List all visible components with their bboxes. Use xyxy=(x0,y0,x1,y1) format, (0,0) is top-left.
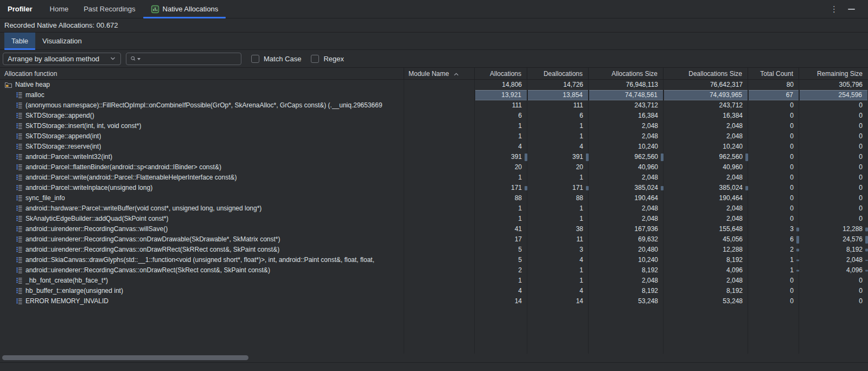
allocation-function-cell[interactable]: (anonymous namespace)::FillRectOpImpl::o… xyxy=(0,100,404,111)
allocations-cell[interactable]: 1 xyxy=(475,121,527,131)
allocation-function-cell[interactable]: SkTDStorage::insert(int, int, void const… xyxy=(0,121,404,131)
allocation-function-cell[interactable]: android::hardware::Parcel::writeBuffer(v… xyxy=(0,203,404,214)
horizontal-scrollbar[interactable] xyxy=(0,354,868,362)
deallocations-cell[interactable]: 20 xyxy=(527,162,589,172)
remaining-size-cell[interactable]: 0 xyxy=(799,296,868,306)
allocation-function-cell[interactable]: sync_file_info xyxy=(0,193,404,203)
module-name-cell[interactable] xyxy=(404,183,475,193)
deallocations-size-cell[interactable]: 2,048 xyxy=(663,121,748,131)
deallocations-cell[interactable]: 1 xyxy=(527,214,589,224)
allocation-function-cell[interactable]: android::Parcel::write(android::Parcel::… xyxy=(0,172,404,183)
allocation-function-cell[interactable]: SkTDStorage::append(int) xyxy=(0,131,404,142)
remaining-size-cell[interactable]: 8,192 xyxy=(799,245,868,255)
allocation-function-cell[interactable]: _hb_font_create(hb_face_t*) xyxy=(0,276,404,286)
deallocations-size-cell[interactable]: 243,712 xyxy=(663,100,748,111)
allocations-cell[interactable]: 5 xyxy=(475,245,527,255)
remaining-size-cell[interactable]: 4,096 xyxy=(799,265,868,276)
table-row[interactable]: android::uirenderer::RecordingCanvas::on… xyxy=(0,234,868,245)
total-count-cell[interactable]: 1 xyxy=(748,255,799,265)
allocation-function-cell[interactable]: SkTDStorage::reserve(int) xyxy=(0,142,404,152)
total-count-cell[interactable]: 80 xyxy=(748,80,799,90)
search-box[interactable] xyxy=(126,53,241,65)
deallocations-size-cell[interactable]: 2,048 xyxy=(663,172,748,183)
remaining-size-cell[interactable]: 0 xyxy=(799,172,868,183)
allocation-function-cell[interactable]: android::uirenderer::RecordingCanvas::on… xyxy=(0,245,404,255)
allocation-function-cell[interactable]: Native heap xyxy=(0,80,404,90)
total-count-cell[interactable]: 0 xyxy=(748,296,799,306)
allocation-function-cell[interactable]: ERROR MEMORY_INVALID xyxy=(0,296,404,306)
deallocations-size-cell[interactable]: 16,384 xyxy=(663,111,748,121)
remaining-size-cell[interactable]: 0 xyxy=(799,193,868,203)
deallocations-cell[interactable]: 13,854 xyxy=(527,90,589,100)
remaining-size-cell[interactable]: 0 xyxy=(799,111,868,121)
allocations-size-cell[interactable]: 243,712 xyxy=(589,100,663,111)
arrange-dropdown[interactable]: Arrange by allocation method xyxy=(3,53,121,65)
allocations-cell[interactable]: 13,921 xyxy=(475,90,527,100)
total-count-cell[interactable]: 0 xyxy=(748,183,799,193)
hide-window-icon[interactable] xyxy=(848,9,855,10)
allocations-size-cell[interactable]: 962,560 xyxy=(589,152,663,162)
total-count-cell[interactable]: 0 xyxy=(748,111,799,121)
remaining-size-cell[interactable]: 0 xyxy=(799,142,868,152)
match-case-checkbox[interactable] xyxy=(251,55,259,63)
module-name-cell[interactable] xyxy=(404,131,475,142)
table-row[interactable]: SkTDStorage::reserve(int)4410,24010,2400… xyxy=(0,142,868,152)
allocations-cell[interactable]: 17 xyxy=(475,234,527,245)
allocations-cell[interactable]: 20 xyxy=(475,162,527,172)
deallocations-cell[interactable]: 4 xyxy=(527,286,589,296)
total-count-cell[interactable]: 0 xyxy=(748,214,799,224)
column-header-allocations-size[interactable]: Allocations Size xyxy=(589,68,663,79)
remaining-size-cell[interactable]: 0 xyxy=(799,203,868,214)
allocation-function-cell[interactable]: android::Parcel::flattenBinder(android::… xyxy=(0,162,404,172)
remaining-size-cell[interactable]: 0 xyxy=(799,131,868,142)
remaining-size-cell[interactable]: 0 xyxy=(799,183,868,193)
allocations-size-cell[interactable]: 76,948,113 xyxy=(589,80,663,90)
nav-tab-home[interactable]: Home xyxy=(42,0,76,18)
column-header-module-name[interactable]: Module Name xyxy=(404,68,475,79)
remaining-size-cell[interactable]: 0 xyxy=(799,121,868,131)
deallocations-cell[interactable]: 6 xyxy=(527,111,589,121)
deallocations-size-cell[interactable]: 74,493,965 xyxy=(663,90,748,100)
allocations-size-cell[interactable]: 40,960 xyxy=(589,162,663,172)
table-row[interactable]: SkAnalyticEdgeBuilder::addQuad(SkPoint c… xyxy=(0,214,868,224)
allocation-function-cell[interactable]: android::SkiaCanvas::drawGlyphs(std::__1… xyxy=(0,255,404,265)
module-name-cell[interactable] xyxy=(404,162,475,172)
deallocations-size-cell[interactable]: 155,648 xyxy=(663,224,748,234)
deallocations-size-cell[interactable]: 53,248 xyxy=(663,296,748,306)
tab-visualization[interactable]: Visualization xyxy=(35,33,89,49)
allocation-function-cell[interactable]: android::uirenderer::RecordingCanvas::on… xyxy=(0,265,404,276)
deallocations-size-cell[interactable]: 8,192 xyxy=(663,286,748,296)
total-count-cell[interactable]: 6 xyxy=(748,234,799,245)
allocations-cell[interactable]: 1 xyxy=(475,131,527,142)
table-row[interactable]: ERROR MEMORY_INVALID141453,24853,24800 xyxy=(0,296,868,306)
total-count-cell[interactable]: 0 xyxy=(748,276,799,286)
total-count-cell[interactable]: 0 xyxy=(748,152,799,162)
deallocations-cell[interactable]: 88 xyxy=(527,193,589,203)
remaining-size-cell[interactable]: 305,796 xyxy=(799,80,868,90)
deallocations-size-cell[interactable]: 385,024 xyxy=(663,183,748,193)
allocations-size-cell[interactable]: 2,048 xyxy=(589,276,663,286)
allocation-function-cell[interactable]: SkTDStorage::append() xyxy=(0,111,404,121)
table-row[interactable]: android::Parcel::flattenBinder(android::… xyxy=(0,162,868,172)
module-name-cell[interactable] xyxy=(404,286,475,296)
allocations-cell[interactable]: 4 xyxy=(475,142,527,152)
column-header-allocations[interactable]: Allocations xyxy=(475,68,527,79)
allocations-cell[interactable]: 1 xyxy=(475,214,527,224)
module-name-cell[interactable] xyxy=(404,152,475,162)
total-count-cell[interactable]: 0 xyxy=(748,100,799,111)
allocation-function-cell[interactable]: android::uirenderer::RecordingCanvas::on… xyxy=(0,234,404,245)
allocations-cell[interactable]: 1 xyxy=(475,203,527,214)
kebab-menu-icon[interactable]: ⋮ xyxy=(830,5,838,13)
deallocations-size-cell[interactable]: 10,240 xyxy=(663,142,748,152)
allocations-size-cell[interactable]: 10,240 xyxy=(589,255,663,265)
module-name-cell[interactable] xyxy=(404,193,475,203)
total-count-cell[interactable]: 0 xyxy=(748,162,799,172)
allocations-cell[interactable]: 14 xyxy=(475,296,527,306)
total-count-cell[interactable]: 0 xyxy=(748,286,799,296)
allocations-cell[interactable]: 1 xyxy=(475,172,527,183)
total-count-cell[interactable]: 0 xyxy=(748,142,799,152)
allocations-size-cell[interactable]: 20,480 xyxy=(589,245,663,255)
total-count-cell[interactable]: 0 xyxy=(748,131,799,142)
column-header-allocation-function[interactable]: Allocation function xyxy=(0,68,404,79)
table-row[interactable]: sync_file_info8888190,464190,46400 xyxy=(0,193,868,203)
